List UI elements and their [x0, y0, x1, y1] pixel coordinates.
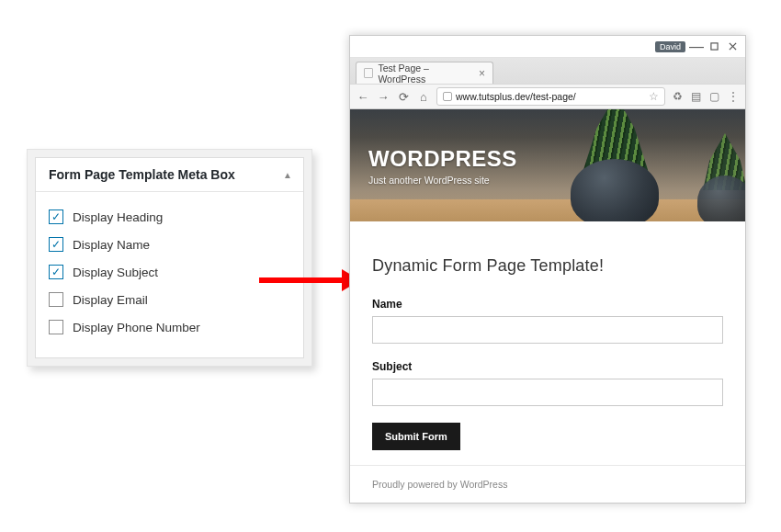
back-button[interactable]: ← — [356, 89, 370, 104]
subject-label: Subject — [372, 360, 723, 373]
metabox-panel: Form Page Template Meta Box ▲ ✓ Display … — [27, 149, 312, 367]
reload-button[interactable]: ⟳ — [396, 89, 411, 104]
option-label[interactable]: Display Subject — [73, 266, 158, 279]
checkbox-display-phone[interactable] — [49, 320, 63, 334]
close-button[interactable] — [726, 39, 740, 55]
option-label[interactable]: Display Email — [73, 293, 148, 307]
subject-input[interactable] — [372, 379, 723, 406]
tab-title: Test Page – WordPress — [378, 62, 472, 85]
checkbox-display-name[interactable]: ✓ — [49, 237, 63, 252]
site-title[interactable]: WORDPRESS — [368, 146, 517, 172]
url-box[interactable]: www.tutsplus.dev/test-page/ ☆ — [436, 87, 665, 106]
metabox-option: Display Phone Number — [49, 313, 290, 341]
hero-table — [350, 199, 745, 221]
metabox-header[interactable]: Form Page Template Meta Box ▲ — [36, 158, 303, 192]
page-content: Dynamic Form Page Template! Name Subject… — [350, 221, 745, 465]
site-tagline: Just another WordPress site — [368, 175, 517, 186]
check-icon: ✓ — [51, 211, 61, 222]
metabox-title: Form Page Template Meta Box — [49, 167, 235, 182]
maximize-button[interactable] — [707, 39, 721, 55]
collapse-icon[interactable]: ▲ — [283, 170, 292, 180]
metabox-option: ✓ Display Name — [49, 231, 290, 258]
option-label[interactable]: Display Name — [73, 238, 150, 252]
hero-text: WORDPRESS Just another WordPress site — [368, 146, 517, 186]
page-heading: Dynamic Form Page Template! — [372, 256, 723, 276]
check-icon: ✓ — [51, 266, 61, 277]
extension-icon[interactable]: ♻ — [671, 90, 685, 104]
checkbox-display-subject[interactable]: ✓ — [49, 265, 63, 279]
checkbox-display-heading[interactable]: ✓ — [49, 209, 63, 224]
menu-icon[interactable]: ⋮ — [726, 90, 740, 104]
minimize-button[interactable]: ― — [689, 39, 704, 55]
home-button[interactable]: ⌂ — [416, 89, 431, 104]
tab-close-icon[interactable]: × — [479, 67, 485, 80]
tab-strip: Test Page – WordPress × — [350, 58, 745, 84]
svg-rect-2 — [711, 43, 718, 50]
url-text: www.tutsplus.dev/test-page/ — [456, 91, 576, 102]
site-footer: Proudly powered by WordPress — [350, 465, 745, 503]
toolbar-right: ♻ ▤ ▢ ⋮ — [671, 90, 740, 104]
option-label[interactable]: Display Phone Number — [73, 321, 200, 334]
check-icon: ✓ — [51, 239, 61, 250]
pot-icon — [697, 175, 745, 221]
hero-banner: WORDPRESS Just another WordPress site — [350, 109, 745, 221]
window-titlebar: David ― — [350, 36, 745, 58]
site-info-icon[interactable] — [443, 92, 452, 101]
metabox-option: Display Email — [49, 286, 290, 313]
address-bar: ← → ⟳ ⌂ www.tutsplus.dev/test-page/ ☆ ♻ … — [350, 84, 745, 109]
metabox-option: ✓ Display Subject — [49, 258, 290, 286]
browser-tab[interactable]: Test Page – WordPress × — [356, 62, 493, 84]
name-label: Name — [372, 298, 723, 311]
forward-button[interactable]: → — [376, 89, 390, 104]
option-label[interactable]: Display Heading — [73, 210, 163, 224]
metabox-body: ✓ Display Heading ✓ Display Name ✓ Displ… — [36, 192, 303, 357]
extension-icon[interactable]: ▢ — [707, 90, 721, 104]
footer-credit[interactable]: Proudly powered by WordPress — [372, 479, 507, 490]
metabox: Form Page Template Meta Box ▲ ✓ Display … — [35, 157, 304, 358]
browser-window: David ― Test Page – WordPress × ← → ⟳ ⌂ … — [349, 35, 746, 504]
submit-button[interactable]: Submit Form — [372, 423, 460, 450]
profile-badge[interactable]: David — [655, 41, 685, 52]
metabox-option: ✓ Display Heading — [49, 203, 290, 231]
bookmark-star-icon[interactable]: ☆ — [649, 90, 659, 103]
favicon-icon — [364, 68, 373, 78]
pot-icon — [571, 159, 659, 221]
extension-icon[interactable]: ▤ — [689, 90, 703, 104]
checkbox-display-email[interactable] — [49, 292, 63, 307]
page-viewport: WORDPRESS Just another WordPress site Dy… — [350, 109, 745, 503]
name-input[interactable] — [372, 316, 723, 344]
